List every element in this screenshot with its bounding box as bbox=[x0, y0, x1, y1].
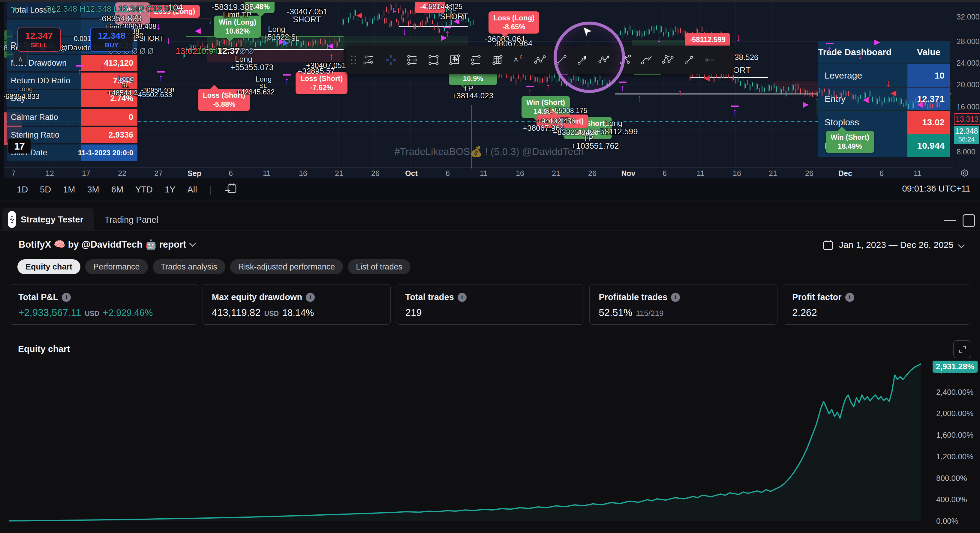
zigzag-icon[interactable] bbox=[529, 48, 550, 73]
chart-overlay-text: SHORT bbox=[440, 12, 468, 21]
trade-label: Win (Short)18.49% bbox=[826, 131, 874, 153]
time-axis[interactable]: 712172227Sep611162126Oct611162126Nov6111… bbox=[0, 167, 953, 178]
range-button-1y[interactable]: 1Y bbox=[165, 185, 175, 195]
info-icon[interactable]: i bbox=[671, 293, 680, 302]
label-pointer bbox=[226, 38, 234, 42]
time-axis-label: 6 bbox=[880, 169, 884, 178]
bottom-toolbar: 1D5D1M3M6MYTD1YAll| 09:01:36 UTC+11 bbox=[0, 178, 980, 201]
marker-arrow: ↑ bbox=[826, 44, 834, 54]
expand-icon[interactable] bbox=[953, 340, 971, 358]
gear-icon[interactable] bbox=[959, 168, 970, 178]
parallel-channel-icon[interactable] bbox=[359, 48, 380, 73]
chart-overlay-text: 104 bbox=[168, 2, 183, 13]
sloped-line-icon[interactable] bbox=[678, 48, 700, 73]
range-button-all[interactable]: All bbox=[188, 185, 197, 195]
report-tab-list-of-trades[interactable]: List of trades bbox=[348, 259, 410, 274]
price-chart[interactable]: ↓↓↓↓↓↓↓↓↓↓↑↑↑↑↑↑↑↑↑↑↑↑↑↑↑↑↑↑↑↓↓↓↓↓↓↓↓↑▶▶… bbox=[0, 0, 980, 178]
trade-marker-icon: ↓ bbox=[736, 32, 741, 43]
drag-handle-icon[interactable] bbox=[349, 48, 359, 73]
range-button-5d[interactable]: 5D bbox=[40, 185, 51, 195]
chart-overlay-text: SL bbox=[121, 81, 129, 89]
chart-plot-area[interactable]: ↓↓↓↓↓↓↓↓↓↓↑↑↑↑↑↑↑↑↑↑↑↑↑↑↑↑↑↑↑↓↓↓↓↓↓↓↓↑▶▶… bbox=[0, 0, 953, 167]
report-tab-risk-adjusted-performance[interactable]: Risk-adjusted performance bbox=[230, 259, 343, 274]
time-axis-label: 12 bbox=[46, 169, 54, 178]
text-tool-icon[interactable]: AC bbox=[508, 48, 529, 73]
label-pointer bbox=[838, 127, 846, 131]
tabbar-divider bbox=[0, 230, 980, 231]
rectangle-icon[interactable] bbox=[423, 48, 444, 73]
chart-overlay-text: Ø Ø bbox=[240, 47, 254, 56]
trade-marker-icon: ↑ bbox=[283, 75, 291, 86]
time-axis-label: 21 bbox=[769, 169, 777, 178]
trade-marker-icon: ▶ bbox=[441, 34, 447, 41]
stat-card-extra: +2,929.46% bbox=[103, 308, 153, 318]
sell-label: SELL bbox=[18, 41, 60, 49]
time-axis-label: 6 bbox=[229, 169, 233, 178]
trade-label-line: 10.9% bbox=[454, 74, 492, 83]
chart-overlay-text: Limit TP bbox=[223, 10, 251, 19]
tab-strategy-tester[interactable]: Strategy Tester bbox=[2, 208, 94, 231]
report-tab-equity-chart[interactable]: Equity chart bbox=[18, 259, 80, 274]
grid-icon[interactable] bbox=[487, 48, 508, 73]
equity-axis-label: 1,200.00% bbox=[936, 452, 974, 462]
range-button-3m[interactable]: 3M bbox=[87, 185, 99, 195]
trade-marker-icon: ↑ bbox=[619, 81, 627, 93]
time-axis-label: 11 bbox=[697, 169, 705, 178]
trade-marker-icon: ↑ bbox=[76, 65, 84, 76]
range-button-ytd[interactable]: YTD bbox=[135, 185, 153, 195]
report-tab-performance[interactable]: Performance bbox=[85, 259, 148, 274]
stat-card-extra: 18.14% bbox=[282, 308, 314, 318]
horizontal-lines-icon[interactable] bbox=[465, 48, 487, 73]
equity-axis-label: 800.00% bbox=[936, 474, 967, 483]
top-toolbar-edge bbox=[0, 0, 980, 2]
label-pointer bbox=[256, 13, 265, 17]
report-tab-trades-analysis[interactable]: Trades analysis bbox=[153, 259, 225, 274]
trade-marker-icon: ↓ bbox=[657, 33, 662, 44]
info-icon[interactable]: i bbox=[306, 293, 315, 302]
range-button-1d[interactable]: 1D bbox=[17, 185, 28, 195]
info-icon[interactable]: i bbox=[845, 293, 854, 302]
buy-button[interactable]: 12.348 BUY bbox=[90, 28, 133, 52]
time-axis-label: 26 bbox=[588, 169, 597, 178]
trade-label-line: Win (Short) bbox=[526, 98, 565, 107]
equity-axis-label: 2,400.00% bbox=[936, 388, 974, 397]
marker-arrow: ↑ bbox=[283, 76, 291, 86]
trade-marker-icon: ↑ bbox=[826, 43, 834, 54]
price-badge: 12.34858:24 bbox=[954, 126, 979, 144]
go-to-date-icon[interactable] bbox=[224, 182, 238, 198]
maximize-icon[interactable] bbox=[963, 214, 975, 227]
xabcd-pattern-icon[interactable] bbox=[657, 48, 678, 73]
time-axis-label: 6 bbox=[663, 169, 667, 178]
stat-card-value: 413,119.82 bbox=[212, 307, 261, 318]
equity-current-value-badge: 2,931.28% bbox=[932, 361, 978, 373]
equity-axis-label: 0.00% bbox=[936, 517, 958, 526]
range-button-6m[interactable]: 6M bbox=[111, 185, 123, 195]
curve-icon[interactable] bbox=[636, 48, 657, 73]
price-axis[interactable]: 32.00028.00024.00020.00016.0008.00013.31… bbox=[953, 0, 980, 178]
stat-card-label: Total trades bbox=[406, 292, 454, 302]
info-icon[interactable]: i bbox=[62, 293, 71, 302]
crosshair-icon[interactable] bbox=[380, 48, 401, 73]
clock[interactable]: 09:01:36 UTC+11 bbox=[902, 184, 970, 194]
trade-marker-icon: ◀ bbox=[891, 89, 896, 97]
sell-button[interactable]: 12.347 SELL bbox=[18, 28, 60, 52]
tab-trading-panel[interactable]: Trading Panel bbox=[104, 215, 158, 225]
disjoint-channel-icon[interactable] bbox=[401, 48, 423, 73]
date-range-control[interactable]: Jan 1, 2023 — Dec 26, 2025 bbox=[822, 239, 964, 251]
chart-overlay-text: +58112.599 bbox=[595, 127, 638, 136]
collapse-panel-button[interactable]: ∧ bbox=[13, 53, 28, 65]
info-icon[interactable]: i bbox=[458, 293, 466, 302]
calendar-icon bbox=[822, 239, 834, 251]
date-price-range-icon[interactable] bbox=[444, 48, 465, 73]
chart-overlay-text: Long bbox=[18, 85, 33, 93]
drawing-toolbar[interactable]: AC bbox=[346, 46, 734, 75]
report-title[interactable]: BotifyX 🧠 by @DaviddTech 🤖 report bbox=[19, 239, 195, 250]
tradingview-logo[interactable]: 17 bbox=[8, 138, 30, 154]
horizontal-ray-icon[interactable] bbox=[700, 48, 721, 73]
marker-arrow: ↑ bbox=[731, 107, 739, 117]
time-axis-label: 22 bbox=[118, 169, 126, 178]
trade-marker-icon: ↑ bbox=[637, 93, 642, 103]
minimize-icon[interactable] bbox=[944, 220, 956, 220]
trade-marker-icon: ◀ bbox=[704, 75, 710, 81]
range-button-1m[interactable]: 1M bbox=[63, 185, 75, 195]
